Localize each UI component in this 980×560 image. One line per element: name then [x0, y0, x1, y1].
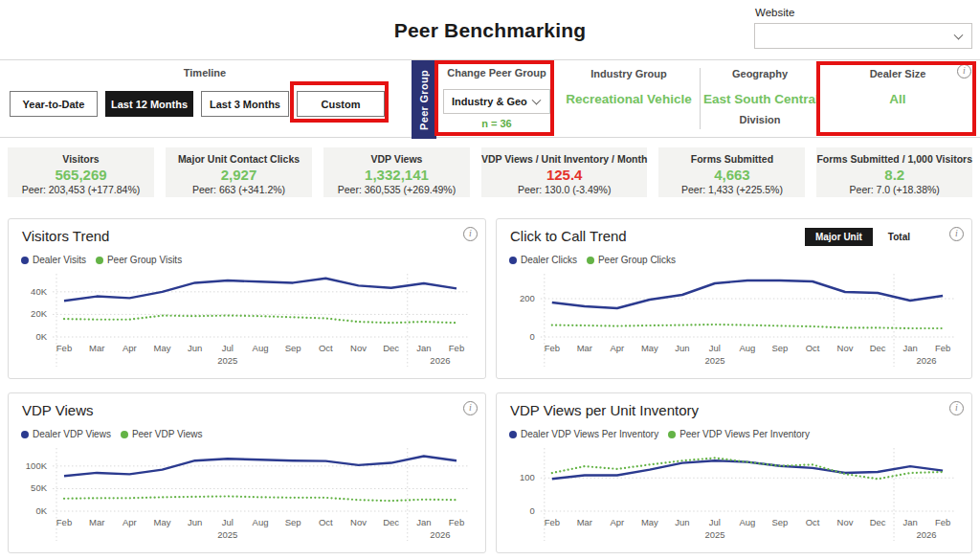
kpi-title: VDP Views / Unit Inventory / Month	[481, 153, 647, 165]
filter-bar: Timeline Year-to-DateLast 12 MonthsLast …	[0, 59, 980, 138]
svg-text:Sep: Sep	[285, 343, 301, 353]
svg-text:Aug: Aug	[740, 343, 756, 353]
peer-group-dropdown-value: Industry & Geo	[452, 96, 527, 107]
chart-plot-area[interactable]: 0K20K40KFebMarAprMayJunJulAugSepOctNovDe…	[14, 268, 479, 375]
info-icon[interactable]: i	[957, 64, 971, 78]
svg-text:2026: 2026	[430, 529, 450, 540]
svg-text:Aug: Aug	[740, 517, 756, 527]
svg-text:200: 200	[520, 293, 535, 303]
svg-text:2025: 2025	[704, 529, 724, 540]
svg-text:Nov: Nov	[350, 517, 367, 527]
svg-text:Feb: Feb	[449, 517, 464, 527]
info-icon[interactable]: i	[463, 227, 478, 241]
svg-text:100K: 100K	[26, 460, 48, 471]
svg-text:Jul: Jul	[222, 343, 234, 353]
svg-text:Feb: Feb	[449, 343, 464, 353]
svg-text:Jun: Jun	[675, 343, 689, 353]
legend-item-peer-vdp-views: Peer VDP Views	[121, 429, 203, 439]
chart-plot-area[interactable]: 0100FebMarAprMayJunJulAugSepOctNovDecJan…	[502, 442, 966, 549]
svg-text:Apr: Apr	[122, 517, 137, 527]
peer-group-tab-label: Peer Group	[418, 70, 430, 130]
peer-group-dropdown[interactable]: Industry & Geo	[443, 89, 550, 114]
kpi-card-vdp-views: VDP Views1,332,141Peer: 360,535 (+269.49…	[323, 147, 470, 197]
svg-text:Mar: Mar	[577, 517, 592, 527]
svg-text:0: 0	[530, 505, 535, 516]
svg-text:Oct: Oct	[319, 517, 333, 527]
legend-dot	[509, 257, 517, 264]
legend-dot	[21, 257, 29, 264]
info-icon[interactable]: i	[463, 401, 478, 415]
chart-title: Click to Call Trend	[510, 228, 627, 244]
peer-group-tab[interactable]: Peer Group	[412, 60, 436, 139]
chart-plot-area[interactable]: 0K50K100KFebMarAprMayJunJulAugSepOctNovD…	[14, 442, 479, 549]
industry-group-value: Recreational Vehicle	[559, 92, 699, 106]
kpi-value: 565,269	[8, 167, 154, 183]
svg-text:Jul: Jul	[709, 343, 721, 353]
svg-text:Jan: Jan	[902, 343, 917, 353]
svg-text:2026: 2026	[917, 355, 937, 366]
svg-text:Apr: Apr	[122, 343, 137, 353]
legend-label: Peer VDP Views Per Inventory	[679, 429, 810, 439]
dealer-size-section: Dealer Size All i	[821, 60, 974, 139]
kpi-peer-value: Peer: 203,453 (+177.84%)	[8, 184, 154, 195]
info-icon[interactable]: i	[949, 227, 964, 241]
svg-text:Nov: Nov	[837, 343, 854, 353]
info-icon[interactable]: i	[949, 401, 964, 415]
timeline-section: Timeline Year-to-DateLast 12 MonthsLast …	[0, 60, 410, 139]
svg-text:Sep: Sep	[772, 343, 789, 353]
kpi-value: 2,927	[166, 167, 312, 183]
toggle-option-total[interactable]: Total	[886, 228, 912, 246]
legend-item-dealer-visits: Dealer Visits	[21, 255, 86, 265]
svg-text:Dec: Dec	[870, 517, 886, 527]
legend-label: Peer Group Clicks	[598, 255, 676, 265]
svg-text:Oct: Oct	[806, 517, 820, 527]
chart-legend: Dealer VDP ViewsPeer VDP Views	[21, 429, 202, 439]
kpi-value: 125.4	[481, 167, 647, 183]
svg-text:May: May	[154, 343, 171, 353]
svg-text:Mar: Mar	[577, 343, 592, 353]
chart-legend: Dealer VisitsPeer Group Visits	[21, 255, 182, 265]
website-filter: Website	[754, 7, 972, 49]
toggle-option-major-unit[interactable]: Major Unit	[805, 228, 873, 246]
geography-sublabel: Division	[703, 114, 816, 125]
timeline-button-last-12-months[interactable]: Last 12 Months	[105, 91, 193, 117]
kpi-card-vdp-views-unit-inventory-month: VDP Views / Unit Inventory / Month125.4P…	[481, 147, 647, 197]
timeline-button-year-to-date[interactable]: Year-to-Date	[10, 91, 98, 117]
svg-text:40K: 40K	[31, 286, 48, 297]
vdp-views-chart: VDP ViewsiDealer VDP ViewsPeer VDP Views…	[8, 392, 486, 553]
svg-text:Feb: Feb	[545, 517, 560, 527]
svg-text:Dec: Dec	[383, 343, 399, 353]
geography-value: East South Central	[703, 92, 816, 106]
svg-text:0: 0	[530, 331, 535, 342]
dealer-size-value: All	[821, 92, 974, 106]
svg-text:Mar: Mar	[89, 517, 104, 527]
website-dropdown[interactable]	[754, 23, 972, 49]
geography-label: Geography	[703, 68, 816, 79]
svg-text:100: 100	[520, 472, 535, 482]
kpi-peer-value: Peer: 7.0 (+18.38%)	[816, 184, 972, 195]
legend-dot	[509, 431, 517, 438]
kpi-card-forms-submitted: Forms Submitted4,663Peer: 1,433 (+225.5%…	[658, 147, 805, 197]
svg-text:2026: 2026	[917, 529, 937, 540]
timeline-button-last-3-months[interactable]: Last 3 Months	[201, 91, 289, 117]
svg-text:Jul: Jul	[222, 517, 234, 527]
legend-dot	[121, 431, 128, 438]
svg-text:May: May	[641, 343, 658, 353]
svg-text:May: May	[641, 517, 658, 527]
industry-group-section: Industry Group Recreational Vehicle	[559, 60, 699, 139]
website-label: Website	[755, 7, 972, 18]
kpi-value: 4,663	[658, 167, 805, 183]
timeline-button-custom[interactable]: Custom	[297, 91, 385, 117]
kpi-peer-value: Peer: 663 (+341.2%)	[166, 184, 312, 195]
svg-text:Feb: Feb	[56, 517, 72, 527]
legend-label: Dealer VDP Views Per Inventory	[521, 429, 658, 439]
kpi-value: 1,332,141	[323, 167, 470, 183]
svg-text:Feb: Feb	[56, 343, 72, 353]
legend-label: Dealer VDP Views	[33, 429, 111, 439]
svg-text:Mar: Mar	[89, 343, 104, 353]
legend-label: Dealer Clicks	[521, 255, 577, 265]
svg-text:Dec: Dec	[870, 343, 886, 353]
chart-title: Visitors Trend	[22, 228, 109, 244]
chart-plot-area[interactable]: 0200FebMarAprMayJunJulAugSepOctNovDecJan…	[502, 268, 966, 375]
svg-text:0K: 0K	[35, 505, 47, 516]
